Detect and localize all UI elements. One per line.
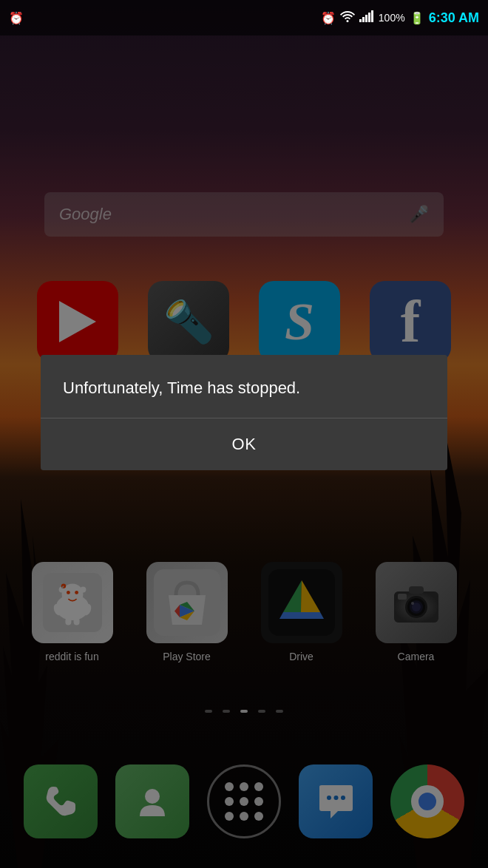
- signal-icon: [359, 10, 374, 25]
- dialog-message: Unfortunately, Time has stopped.: [63, 377, 425, 400]
- wifi-icon: [340, 10, 355, 25]
- svg-rect-3: [365, 15, 367, 22]
- alarm-icon: ⏰: [9, 11, 24, 25]
- svg-rect-5: [371, 10, 373, 22]
- status-bar: ⏰ ⏰ 100% 🔋 6:30 AM: [0, 0, 488, 35]
- status-time: 6:30 AM: [429, 10, 479, 26]
- battery-text: 100%: [379, 12, 405, 24]
- alarm2-icon: ⏰: [321, 11, 336, 25]
- svg-rect-1: [359, 19, 362, 22]
- battery-icon: 🔋: [410, 11, 424, 25]
- error-dialog: Unfortunately, Time has stopped. OK: [41, 355, 447, 470]
- svg-rect-4: [368, 13, 370, 22]
- dialog-body: Unfortunately, Time has stopped.: [41, 355, 447, 418]
- dialog-ok-button[interactable]: OK: [41, 418, 447, 470]
- svg-rect-2: [362, 17, 365, 22]
- svg-point-0: [346, 20, 348, 22]
